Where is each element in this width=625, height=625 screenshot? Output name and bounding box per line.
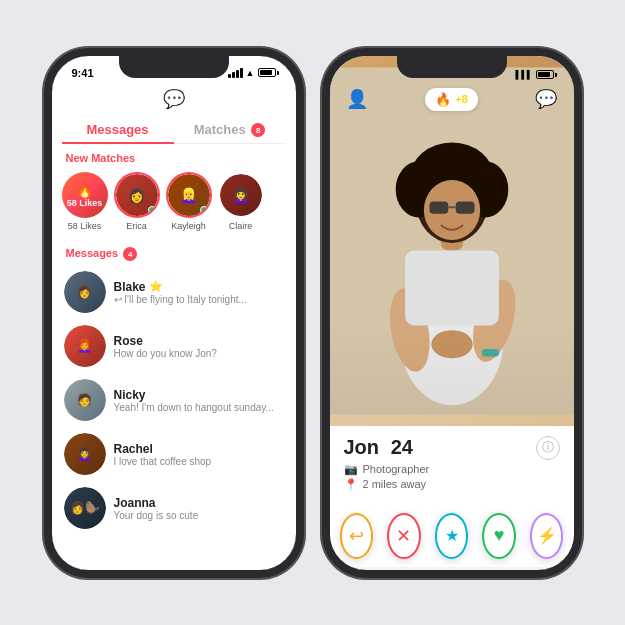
kayleigh-avatar: 👱‍♀️ — [166, 172, 212, 218]
blake-name: Blake ⭐ — [114, 280, 284, 294]
status-icons-left: ▲ — [228, 68, 276, 78]
notch-right — [397, 56, 507, 78]
erica-name: Erica — [126, 221, 147, 231]
fire-icon: 🔥 — [435, 92, 451, 107]
right-screen: ▌▌▌ 👤 🔥 +8 💬 — [330, 56, 574, 570]
right-phone: ▌▌▌ 👤 🔥 +8 💬 — [322, 48, 582, 578]
likes-label: 58 Likes — [68, 221, 102, 231]
likes-avatar: 🔥 58 Likes — [62, 172, 108, 218]
joanna-content: Joanna Your dog is so cute — [114, 496, 284, 521]
svg-rect-12 — [455, 201, 474, 213]
message-item-rose[interactable]: 👩‍🦰 Rose How do you know Jon? — [52, 319, 296, 373]
likes-match-item[interactable]: 🔥 58 Likes 58 Likes — [62, 172, 108, 231]
message-item-blake[interactable]: 👩 Blake ⭐ ↩ I'll be flying to Italy toni… — [52, 265, 296, 319]
like-button[interactable]: ♥ — [482, 513, 516, 559]
tab-messages[interactable]: Messages — [62, 116, 174, 144]
new-matches-title: New Matches — [52, 144, 296, 168]
svg-rect-11 — [429, 201, 448, 213]
rachel-avatar: 👩‍🦱 — [64, 433, 106, 475]
card-info: Jon 24 📷 Photographer 📍 2 miles away ⓘ — [330, 426, 574, 501]
claire-name: Claire — [229, 221, 253, 231]
tab-matches[interactable]: Matches 8 — [174, 116, 286, 144]
rachel-preview: I love that coffee shop — [114, 456, 284, 467]
card-details: 📷 Photographer 📍 2 miles away — [344, 463, 560, 491]
app-header-left: 💬 — [52, 84, 296, 116]
match-claire[interactable]: 👩‍🦱 Claire — [218, 172, 264, 231]
nicky-preview: Yeah! I'm down to hangout sunday... — [114, 402, 284, 413]
rose-avatar: 👩‍🦰 — [64, 325, 106, 367]
new-matches-row: 🔥 58 Likes 58 Likes 👩 Erica 👱‍♀️ — [52, 168, 296, 239]
boost-button[interactable]: ⚡ — [530, 513, 564, 559]
online-dot-erica — [148, 206, 156, 214]
action-buttons: ↩ ✕ ★ ♥ ⚡ — [330, 501, 574, 567]
right-signal-icon: ▌▌▌ — [515, 70, 532, 79]
joanna-name: Joanna — [114, 496, 284, 510]
match-erica[interactable]: 👩 Erica — [114, 172, 160, 231]
nicky-content: Nicky Yeah! I'm down to hangout sunday..… — [114, 388, 284, 413]
message-item-rachel[interactable]: 👩‍🦱 Rachel I love that coffee shop — [52, 427, 296, 481]
camera-icon: 📷 — [344, 463, 358, 476]
online-dot-kayleigh — [200, 206, 208, 214]
matches-badge: 8 — [251, 123, 265, 137]
right-header: 👤 🔥 +8 💬 — [330, 84, 574, 115]
rachel-content: Rachel I love that coffee shop — [114, 442, 284, 467]
battery-icon — [258, 68, 276, 77]
svg-rect-14 — [405, 250, 499, 325]
nicky-name: Nicky — [114, 388, 284, 402]
blake-star: ⭐ — [149, 280, 163, 293]
erica-avatar: 👩 — [114, 172, 160, 218]
blake-preview: ↩ I'll be flying to Italy tonight... — [114, 294, 284, 305]
match-kayleigh[interactable]: 👱‍♀️ Kayleigh — [166, 172, 212, 231]
rose-preview: How do you know Jon? — [114, 348, 284, 359]
kayleigh-name: Kayleigh — [171, 221, 206, 231]
joanna-avatar: 👩‍🦫 — [64, 487, 106, 529]
nope-button[interactable]: ✕ — [387, 513, 421, 559]
rose-content: Rose How do you know Jon? — [114, 334, 284, 359]
rachel-name: Rachel — [114, 442, 284, 456]
card-distance: 📍 2 miles away — [344, 478, 560, 491]
message-item-joanna[interactable]: 👩‍🦫 Joanna Your dog is so cute — [52, 481, 296, 535]
claire-avatar: 👩‍🦱 — [218, 172, 264, 218]
notch-left — [119, 56, 229, 78]
info-button[interactable]: ⓘ — [536, 436, 560, 460]
location-icon: 📍 — [344, 478, 358, 491]
time-left: 9:41 — [72, 67, 94, 79]
right-battery-icon — [536, 70, 554, 79]
tinder-logo-left: 💬 — [163, 88, 185, 110]
likes-count: +8 — [455, 93, 468, 105]
likes-pill[interactable]: 🔥 +8 — [425, 88, 478, 111]
blake-avatar: 👩 — [64, 271, 106, 313]
super-like-button[interactable]: ★ — [435, 513, 469, 559]
left-phone: 9:41 ▲ 💬 Messages — [44, 48, 304, 578]
messages-badge: 4 — [123, 247, 137, 261]
messages-icon-right[interactable]: 💬 — [535, 88, 557, 110]
card-name-age: Jon 24 — [344, 436, 560, 459]
card-occupation: 📷 Photographer — [344, 463, 560, 476]
profile-icon[interactable]: 👤 — [346, 88, 368, 110]
message-item-nicky[interactable]: 🧑 Nicky Yeah! I'm down to hangout sunday… — [52, 373, 296, 427]
undo-button[interactable]: ↩ — [340, 513, 374, 559]
wifi-icon: ▲ — [246, 68, 255, 78]
tab-bar: Messages Matches 8 — [62, 116, 286, 145]
nicky-avatar: 🧑 — [64, 379, 106, 421]
right-status-icons: ▌▌▌ — [515, 70, 553, 79]
joanna-preview: Your dog is so cute — [114, 510, 284, 521]
messages-section-title: Messages 4 — [52, 239, 296, 265]
rose-name: Rose — [114, 334, 284, 348]
signal-icon — [228, 68, 243, 78]
left-screen: 9:41 ▲ 💬 Messages — [52, 56, 296, 570]
blake-content: Blake ⭐ ↩ I'll be flying to Italy tonigh… — [114, 280, 284, 305]
photo-overlay — [330, 326, 574, 426]
